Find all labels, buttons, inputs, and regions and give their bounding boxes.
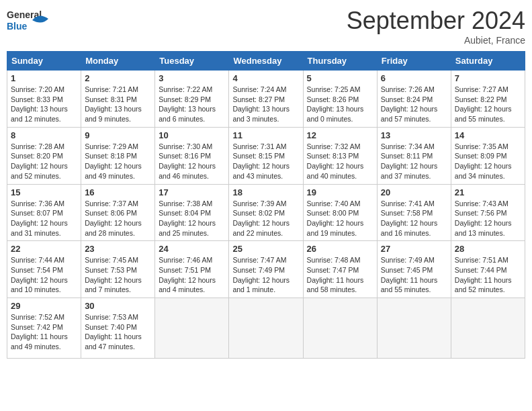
calendar-day-cell: 3Sunrise: 7:22 AMSunset: 8:29 PMDaylight… (155, 71, 229, 128)
calendar-week-row: 15Sunrise: 7:36 AMSunset: 8:07 PMDayligh… (7, 184, 525, 241)
calendar-day-cell: 20Sunrise: 7:41 AMSunset: 7:58 PMDayligh… (377, 184, 451, 241)
calendar-day-cell: 15Sunrise: 7:36 AMSunset: 8:07 PMDayligh… (7, 184, 81, 241)
weekday-header-saturday: Saturday (451, 52, 525, 71)
day-number: 26 (307, 244, 373, 254)
day-number: 11 (232, 130, 299, 140)
day-number: 28 (455, 244, 521, 254)
day-number: 22 (11, 244, 77, 254)
day-number: 29 (11, 301, 77, 311)
day-number: 19 (307, 187, 373, 197)
day-info: Sunrise: 7:37 AMSunset: 8:06 PMDaylight:… (85, 199, 151, 238)
day-info: Sunrise: 7:47 AMSunset: 7:49 PMDaylight:… (232, 255, 299, 295)
logo: General Blue (7, 7, 67, 34)
day-info: Sunrise: 7:22 AMSunset: 8:29 PMDaylight:… (159, 85, 225, 124)
day-number: 30 (85, 301, 151, 311)
day-info: Sunrise: 7:48 AMSunset: 7:47 PMDaylight:… (307, 255, 373, 295)
calendar-day-cell: 5Sunrise: 7:25 AMSunset: 8:26 PMDaylight… (303, 71, 377, 128)
day-number: 20 (381, 187, 447, 197)
day-number: 5 (307, 73, 373, 83)
day-number: 18 (232, 187, 299, 197)
day-info: Sunrise: 7:31 AMSunset: 8:15 PMDaylight:… (232, 142, 299, 181)
day-number: 14 (455, 130, 521, 140)
day-number: 12 (307, 130, 373, 140)
weekday-header-monday: Monday (81, 52, 155, 71)
svg-text:Blue: Blue (7, 21, 28, 32)
calendar-day-cell: 18Sunrise: 7:39 AMSunset: 8:02 PMDayligh… (229, 184, 303, 241)
location: Aubiet, France (347, 35, 525, 46)
weekday-header-friday: Friday (377, 52, 451, 71)
calendar-day-cell: 30Sunrise: 7:53 AMSunset: 7:40 PMDayligh… (81, 298, 155, 359)
day-number: 7 (455, 73, 521, 83)
calendar-day-cell: 29Sunrise: 7:52 AMSunset: 7:42 PMDayligh… (7, 298, 81, 359)
day-number: 17 (159, 187, 225, 197)
day-number: 24 (159, 244, 225, 254)
calendar-day-cell: 26Sunrise: 7:48 AMSunset: 7:47 PMDayligh… (303, 241, 377, 298)
calendar-day-cell: 10Sunrise: 7:30 AMSunset: 8:16 PMDayligh… (155, 127, 229, 184)
day-info: Sunrise: 7:43 AMSunset: 7:56 PMDaylight:… (455, 199, 521, 238)
day-info: Sunrise: 7:51 AMSunset: 7:44 PMDaylight:… (455, 255, 521, 295)
calendar-day-cell: 9Sunrise: 7:29 AMSunset: 8:18 PMDaylight… (81, 127, 155, 184)
day-info: Sunrise: 7:25 AMSunset: 8:26 PMDaylight:… (307, 85, 373, 124)
weekday-header-row: SundayMondayTuesdayWednesdayThursdayFrid… (7, 52, 525, 71)
calendar-day-cell (155, 298, 229, 359)
day-info: Sunrise: 7:40 AMSunset: 8:00 PMDaylight:… (307, 199, 373, 238)
weekday-header-wednesday: Wednesday (229, 52, 303, 71)
day-info: Sunrise: 7:20 AMSunset: 8:33 PMDaylight:… (11, 85, 77, 124)
calendar-day-cell: 27Sunrise: 7:49 AMSunset: 7:45 PMDayligh… (377, 241, 451, 298)
day-info: Sunrise: 7:35 AMSunset: 8:09 PMDaylight:… (455, 142, 521, 181)
day-info: Sunrise: 7:53 AMSunset: 7:40 PMDaylight:… (85, 312, 151, 352)
day-info: Sunrise: 7:39 AMSunset: 8:02 PMDaylight:… (232, 199, 299, 238)
calendar-week-row: 8Sunrise: 7:28 AMSunset: 8:20 PMDaylight… (7, 127, 525, 184)
day-info: Sunrise: 7:27 AMSunset: 8:22 PMDaylight:… (455, 85, 521, 124)
day-number: 1 (11, 73, 77, 83)
day-info: Sunrise: 7:26 AMSunset: 8:24 PMDaylight:… (381, 85, 447, 124)
calendar-day-cell: 21Sunrise: 7:43 AMSunset: 7:56 PMDayligh… (451, 184, 525, 241)
calendar-day-cell: 6Sunrise: 7:26 AMSunset: 8:24 PMDaylight… (377, 71, 451, 128)
calendar-day-cell: 17Sunrise: 7:38 AMSunset: 8:04 PMDayligh… (155, 184, 229, 241)
day-info: Sunrise: 7:41 AMSunset: 7:58 PMDaylight:… (381, 199, 447, 238)
title-area: September 2024 Aubiet, France (347, 7, 525, 46)
day-info: Sunrise: 7:36 AMSunset: 8:07 PMDaylight:… (11, 199, 77, 238)
calendar-day-cell: 2Sunrise: 7:21 AMSunset: 8:31 PMDaylight… (81, 71, 155, 128)
day-number: 2 (85, 73, 151, 83)
day-info: Sunrise: 7:45 AMSunset: 7:53 PMDaylight:… (85, 255, 151, 295)
day-number: 23 (85, 244, 151, 254)
day-number: 3 (159, 73, 225, 83)
day-number: 10 (159, 130, 225, 140)
weekday-header-sunday: Sunday (7, 52, 81, 71)
calendar-week-row: 1Sunrise: 7:20 AMSunset: 8:33 PMDaylight… (7, 71, 525, 128)
calendar-day-cell: 22Sunrise: 7:44 AMSunset: 7:54 PMDayligh… (7, 241, 81, 298)
logo-svg: General Blue (7, 7, 67, 34)
calendar-day-cell: 12Sunrise: 7:32 AMSunset: 8:13 PMDayligh… (303, 127, 377, 184)
day-info: Sunrise: 7:32 AMSunset: 8:13 PMDaylight:… (307, 142, 373, 181)
calendar-week-row: 29Sunrise: 7:52 AMSunset: 7:42 PMDayligh… (7, 298, 525, 359)
day-number: 6 (381, 73, 447, 83)
calendar-day-cell: 4Sunrise: 7:24 AMSunset: 8:27 PMDaylight… (229, 71, 303, 128)
weekday-header-thursday: Thursday (303, 52, 377, 71)
calendar-day-cell: 28Sunrise: 7:51 AMSunset: 7:44 PMDayligh… (451, 241, 525, 298)
calendar-day-cell: 16Sunrise: 7:37 AMSunset: 8:06 PMDayligh… (81, 184, 155, 241)
day-info: Sunrise: 7:21 AMSunset: 8:31 PMDaylight:… (85, 85, 151, 124)
day-info: Sunrise: 7:38 AMSunset: 8:04 PMDaylight:… (159, 199, 225, 238)
calendar-day-cell: 25Sunrise: 7:47 AMSunset: 7:49 PMDayligh… (229, 241, 303, 298)
day-number: 8 (11, 130, 77, 140)
day-number: 13 (381, 130, 447, 140)
day-number: 15 (11, 187, 77, 197)
calendar-day-cell: 19Sunrise: 7:40 AMSunset: 8:00 PMDayligh… (303, 184, 377, 241)
day-info: Sunrise: 7:46 AMSunset: 7:51 PMDaylight:… (159, 255, 225, 295)
day-number: 16 (85, 187, 151, 197)
calendar-day-cell: 24Sunrise: 7:46 AMSunset: 7:51 PMDayligh… (155, 241, 229, 298)
day-number: 4 (232, 73, 299, 83)
calendar-day-cell (229, 298, 303, 359)
calendar-day-cell (303, 298, 377, 359)
calendar-day-cell: 13Sunrise: 7:34 AMSunset: 8:11 PMDayligh… (377, 127, 451, 184)
calendar-week-row: 22Sunrise: 7:44 AMSunset: 7:54 PMDayligh… (7, 241, 525, 298)
month-title: September 2024 (347, 7, 525, 35)
page-header: General Blue September 2024 Aubiet, Fran… (7, 7, 525, 46)
calendar-day-cell: 8Sunrise: 7:28 AMSunset: 8:20 PMDaylight… (7, 127, 81, 184)
day-info: Sunrise: 7:34 AMSunset: 8:11 PMDaylight:… (381, 142, 447, 181)
day-info: Sunrise: 7:49 AMSunset: 7:45 PMDaylight:… (381, 255, 447, 295)
calendar-day-cell: 11Sunrise: 7:31 AMSunset: 8:15 PMDayligh… (229, 127, 303, 184)
calendar-day-cell: 7Sunrise: 7:27 AMSunset: 8:22 PMDaylight… (451, 71, 525, 128)
calendar-day-cell: 23Sunrise: 7:45 AMSunset: 7:53 PMDayligh… (81, 241, 155, 298)
